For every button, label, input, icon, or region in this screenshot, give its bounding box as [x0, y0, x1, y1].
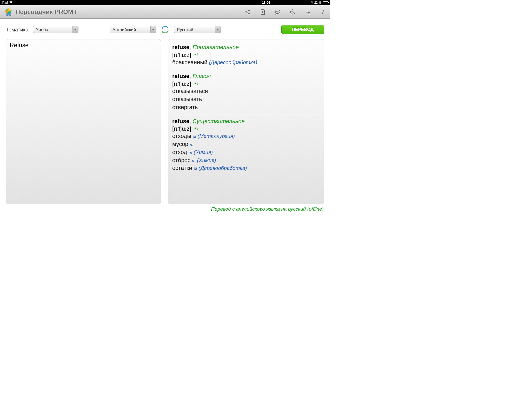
chat-icon[interactable]: [274, 9, 281, 15]
translation-domain: (Химия): [194, 149, 213, 155]
info-icon[interactable]: i: [320, 9, 326, 15]
translation-domain: (Металлургия): [198, 133, 235, 139]
svg-text:offline: offline: [6, 15, 11, 17]
entry-pos: Глагол: [192, 73, 211, 79]
footer-note: Перевод с английского языка на русский (…: [0, 204, 330, 212]
bluetooth-icon: [311, 1, 313, 5]
topic-select[interactable]: Учеба: [33, 26, 78, 33]
svg-text:i: i: [322, 9, 324, 15]
device-label: iPad: [2, 1, 8, 4]
svg-point-17: [309, 13, 309, 14]
translation-line: мусор m: [172, 140, 320, 148]
svg-point-15: [307, 11, 308, 11]
history-icon[interactable]: [289, 9, 296, 15]
translation-domain: (Деревообработка): [199, 165, 247, 171]
svg-point-13: [278, 11, 279, 12]
share-icon[interactable]: [244, 9, 251, 15]
entry-phonetic: [rɪ'fjuːz]: [172, 125, 191, 132]
entry-word: refuse: [172, 118, 189, 124]
translation-grammar: m: [189, 150, 192, 155]
entry-phonetic: [rɪ'fjuːz]: [172, 81, 191, 87]
controls-row: Тематика: Учеба Английский Русский ПЕРЕВ…: [0, 19, 330, 39]
speaker-icon[interactable]: [194, 125, 198, 132]
entry-pos: Существительное: [192, 118, 245, 124]
entry-pos: Прилагательное: [192, 44, 239, 50]
translation-line: бракованный (Деревообработка): [172, 58, 320, 66]
app-header: offline Переводчик PROMT i: [0, 5, 330, 19]
svg-point-12: [277, 11, 278, 12]
translation-line: отброс m (Химия): [172, 156, 320, 164]
svg-point-11: [276, 11, 277, 12]
result-panel[interactable]: refuse, Прилагательное[rɪ'fjuːz] бракова…: [168, 39, 324, 204]
dictionary-entry: refuse, Прилагательное[rɪ'fjuːz] бракова…: [172, 41, 320, 70]
battery-percent: 22 %: [314, 1, 321, 4]
translation-domain: (Химия): [197, 157, 216, 163]
clock: 13:04: [262, 1, 270, 4]
status-bar: iPad 13:04 22 %: [0, 0, 330, 5]
app-logo: offline: [4, 7, 13, 17]
settings-icon[interactable]: [304, 9, 311, 15]
source-lang-select[interactable]: Английский: [110, 26, 156, 33]
translation-line: отказывать: [172, 95, 320, 103]
translation-line: остатки pl (Деревообработка): [172, 164, 320, 172]
input-panel[interactable]: Refuse: [6, 39, 161, 204]
app-title: Переводчик PROMT: [16, 8, 77, 16]
speaker-icon[interactable]: [194, 81, 198, 87]
translation-line: отвергать: [172, 103, 320, 111]
speaker-icon[interactable]: [194, 52, 198, 58]
translation-line: отходы pl (Металлургия): [172, 132, 320, 140]
translation-grammar: pl: [193, 134, 196, 139]
wifi-icon: [9, 1, 13, 4]
swap-languages-button[interactable]: [161, 25, 170, 34]
translation-grammar: m: [190, 142, 193, 147]
translation-domain: (Деревообработка): [209, 59, 257, 65]
dictionary-entry: refuse, Существительное[rɪ'fjuːz] отходы…: [172, 115, 320, 176]
translation-line: отход m (Химия): [172, 148, 320, 156]
translate-button[interactable]: ПЕРЕВОД: [281, 25, 324, 34]
entry-word: refuse: [172, 73, 189, 79]
entry-word: refuse: [172, 44, 189, 50]
topic-label: Тематика:: [6, 27, 30, 33]
translation-grammar: m: [192, 158, 195, 163]
add-document-icon[interactable]: [259, 9, 266, 15]
battery-icon: [323, 1, 328, 4]
dictionary-entry: refuse, Глагол[rɪ'fjuːz] отказыватьсяотк…: [172, 70, 320, 115]
input-text: Refuse: [10, 42, 157, 49]
translation-line: отказываться: [172, 87, 320, 95]
entry-phonetic: [rɪ'fjuːz]: [172, 52, 191, 58]
translation-grammar: pl: [194, 166, 197, 171]
target-lang-select[interactable]: Русский: [174, 26, 221, 33]
